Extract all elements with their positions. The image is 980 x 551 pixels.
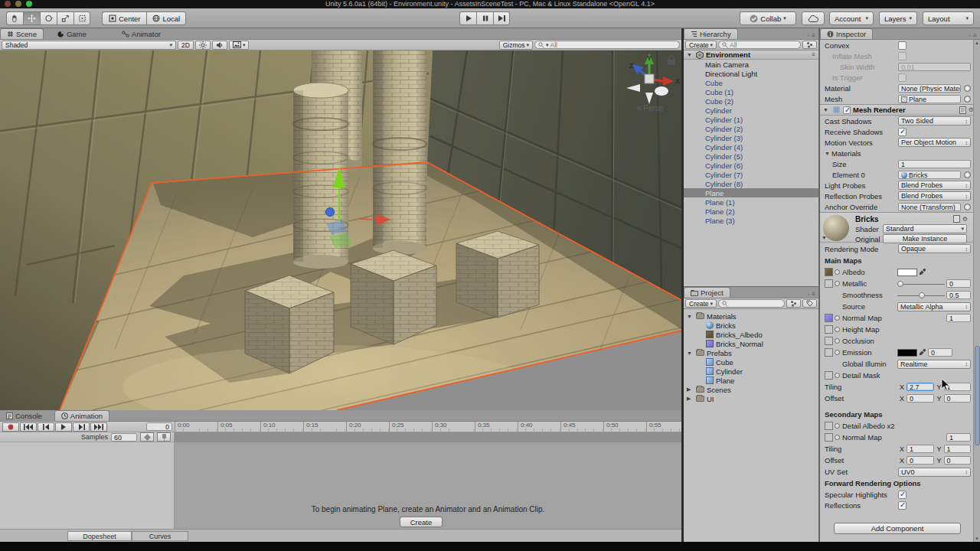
- metallic-slider[interactable]: [897, 280, 945, 288]
- lock-icon[interactable]: ◦: [969, 32, 971, 39]
- brick-column-right[interactable]: [373, 51, 426, 255]
- first-frame-button[interactable]: [20, 422, 37, 432]
- tab-game[interactable]: Game: [51, 28, 93, 39]
- detail-albedo-thumb[interactable]: [825, 422, 833, 430]
- scroll-up-icon[interactable]: ▲: [975, 41, 979, 45]
- play-button[interactable]: [459, 11, 476, 25]
- object-picker-icon[interactable]: [964, 85, 971, 92]
- reference-doc-icon[interactable]: [953, 215, 960, 223]
- component-enabled-checkbox[interactable]: [843, 106, 851, 114]
- rect-tool-button[interactable]: [74, 11, 90, 25]
- hierarchy-item[interactable]: Cylinder (5): [684, 152, 818, 161]
- scene-search-input[interactable]: ▾ All: [534, 41, 680, 49]
- object-picker-icon[interactable]: [964, 204, 971, 210]
- reflections-checkbox[interactable]: [898, 501, 906, 510]
- pivot-button[interactable]: Center: [102, 11, 146, 25]
- 2d-toggle-button[interactable]: 2D: [178, 41, 194, 50]
- project-filter-type-button[interactable]: [786, 299, 801, 308]
- last-frame-button[interactable]: [90, 422, 107, 432]
- texture-radio-icon[interactable]: [835, 435, 840, 440]
- hierarchy-create-dropdown[interactable]: Create▾: [685, 41, 717, 49]
- albedo-color-swatch[interactable]: [897, 269, 917, 276]
- project-folder-ui[interactable]: ▶UI: [684, 394, 818, 403]
- project-item-plane[interactable]: Plane: [684, 376, 818, 385]
- scene-menu-icon[interactable]: ≡: [812, 51, 818, 58]
- texture-radio-icon[interactable]: [835, 327, 840, 332]
- hand-tool-button[interactable]: [6, 11, 23, 25]
- secondary-normal-thumb[interactable]: [825, 433, 833, 442]
- foldout-icon[interactable]: ▼: [823, 107, 830, 112]
- scale-tool-button[interactable]: [57, 11, 74, 25]
- brick-cube-center[interactable]: [351, 250, 436, 344]
- panel-menu-icon[interactable]: ≡: [973, 32, 977, 39]
- hierarchy-item[interactable]: Cube: [684, 78, 818, 87]
- play-anim-button[interactable]: [55, 422, 72, 432]
- hierarchy-item[interactable]: Main Camera: [684, 60, 818, 69]
- hierarchy-item[interactable]: Cylinder (6): [684, 161, 818, 170]
- hierarchy-item[interactable]: Cylinder (2): [684, 124, 818, 133]
- texture-radio-icon[interactable]: [835, 350, 840, 355]
- add-keyframe-button[interactable]: [140, 432, 154, 442]
- persp-label[interactable]: < Persp: [637, 104, 664, 112]
- cast-shadows-dropdown[interactable]: Two Sided↕: [898, 116, 971, 126]
- project-item-cylinder[interactable]: Cylinder: [684, 367, 818, 376]
- tab-hierarchy[interactable]: Hierarchy: [684, 28, 738, 39]
- foldout-icon[interactable]: ▼: [822, 235, 828, 240]
- pause-button[interactable]: [476, 11, 493, 25]
- light-probes-dropdown[interactable]: Blend Probes↕: [898, 181, 971, 190]
- audio-toggle-button[interactable]: [212, 41, 227, 50]
- lock-icon[interactable]: ◦: [807, 291, 809, 298]
- project-search-input[interactable]: [718, 299, 785, 308]
- shader-dropdown[interactable]: Standard▾: [883, 224, 967, 233]
- detail-mask-thumb[interactable]: [825, 371, 833, 380]
- curves-tab-button[interactable]: Curves: [132, 531, 188, 541]
- metallic-field[interactable]: 0: [946, 279, 971, 288]
- mesh-field[interactable]: Plane: [898, 95, 961, 103]
- mesh-renderer-header[interactable]: ▼ Mesh Renderer ⚙: [820, 104, 980, 116]
- secondary-tiling-y-field[interactable]: 1: [944, 445, 972, 453]
- albedo-texture-thumb[interactable]: [825, 268, 833, 276]
- next-key-button[interactable]: [73, 422, 90, 432]
- tab-animation[interactable]: Animation: [54, 410, 109, 421]
- hierarchy-item[interactable]: Cylinder: [684, 106, 818, 115]
- shading-mode-dropdown[interactable]: Shaded▾: [2, 41, 176, 50]
- hierarchy-item-environment[interactable]: ▼ Environment ≡: [684, 51, 818, 60]
- metallic-texture-thumb[interactable]: [825, 279, 833, 288]
- layout-button[interactable]: Layout▾: [923, 11, 974, 25]
- hierarchy-item[interactable]: Cube (2): [684, 96, 818, 106]
- project-folder-scenes[interactable]: ▶Scenes: [684, 385, 818, 394]
- hierarchy-item[interactable]: Cylinder (1): [684, 115, 818, 124]
- source-dropdown[interactable]: Metallic Alpha↕: [897, 302, 971, 311]
- secondary-tiling-x-field[interactable]: 1: [906, 445, 934, 453]
- samples-field[interactable]: 60: [111, 433, 137, 442]
- brick-cube-right[interactable]: [456, 231, 539, 318]
- lighting-toggle-button[interactable]: [195, 41, 211, 50]
- global-illumination-dropdown[interactable]: Realtime↕: [897, 360, 971, 369]
- hierarchy-item[interactable]: Plane (2): [684, 207, 818, 216]
- hierarchy-item[interactable]: Cube (1): [684, 87, 818, 96]
- occlusion-thumb[interactable]: [825, 337, 833, 345]
- gizmos-dropdown[interactable]: Gizmos▾: [499, 41, 533, 50]
- rendering-mode-dropdown[interactable]: Opaque↕: [898, 244, 971, 253]
- eyedropper-icon[interactable]: [919, 268, 926, 276]
- motion-vectors-dropdown[interactable]: Per Object Motion↕: [898, 138, 971, 147]
- eyedropper-icon[interactable]: [919, 348, 926, 357]
- space-button[interactable]: Local: [146, 11, 187, 25]
- scene-3d-viewport[interactable]: Y X Z < Persp: [0, 51, 681, 410]
- hierarchy-item[interactable]: Cylinder (4): [684, 142, 818, 152]
- foldout-icon[interactable]: ▼: [687, 314, 694, 319]
- project-create-dropdown[interactable]: Create▾: [685, 299, 717, 308]
- receive-shadows-checkbox[interactable]: [898, 128, 906, 136]
- gear-icon[interactable]: ⚙: [962, 216, 968, 223]
- project-item-bricks-albedo[interactable]: Bricks_Albedo: [684, 330, 818, 339]
- hierarchy-item[interactable]: Plane (3): [684, 216, 818, 225]
- make-instance-button[interactable]: Make Instance: [883, 234, 967, 243]
- texture-radio-icon[interactable]: [835, 373, 840, 378]
- hierarchy-item-selected[interactable]: Plane: [684, 188, 818, 197]
- foldout-icon[interactable]: ▼: [687, 52, 694, 57]
- secondary-normal-field[interactable]: 1: [946, 433, 971, 442]
- inspector-scrollbar-thumb[interactable]: [975, 346, 980, 445]
- foldout-icon[interactable]: ▼: [687, 350, 694, 356]
- hierarchy-filter-button[interactable]: [802, 41, 817, 49]
- reflection-probes-dropdown[interactable]: Blend Probes↕: [898, 191, 971, 201]
